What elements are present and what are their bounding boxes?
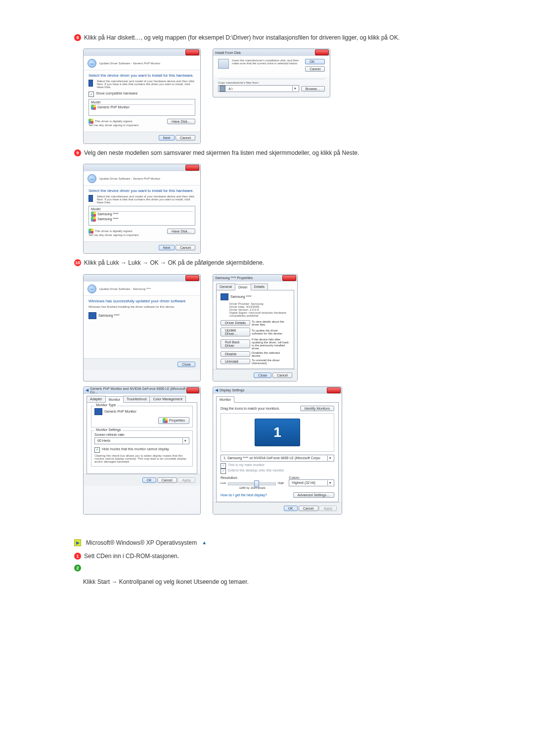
cancel-button[interactable]: Cancel	[272, 373, 292, 378]
apply-button[interactable]: Apply	[319, 506, 337, 511]
colors-dropdown[interactable]: Highest (32 bit) ▾	[289, 479, 334, 486]
step-bullet-9: 9	[74, 149, 81, 156]
model-item[interactable]: Samsung ****	[97, 217, 118, 221]
update-driver-button[interactable]: Update Driver…	[221, 328, 250, 336]
advanced-settings-button[interactable]: Advanced Settings…	[293, 492, 334, 498]
checkbox-extend-desktop: ✓	[221, 469, 226, 474]
up-triangle-icon[interactable]: ▲	[202, 540, 207, 545]
back-icon[interactable]: ←	[88, 174, 96, 183]
breadcrumb: Update Driver Software - Generic PnP Mon…	[99, 62, 160, 65]
tab-monitor[interactable]: Monitor	[216, 396, 234, 403]
why-signing-link[interactable]: Tell me why driver signing is important	[89, 234, 138, 236]
tab-details[interactable]: Details	[251, 284, 268, 290]
tab-adapter[interactable]: Adapter	[87, 396, 106, 402]
browse-button[interactable]: Browse…	[301, 86, 325, 92]
wizard-subtext: Select the manufacturer and model of you…	[97, 80, 195, 89]
step-text-xp-1: Sett CDen inn i CD-ROM-stasjonen.	[84, 552, 179, 560]
cancel-button[interactable]: Cancel	[157, 477, 177, 483]
wizard-heading: Select the device driver you want to ins…	[89, 189, 195, 193]
window-device-properties: Samsung **** Properties General Driver D…	[213, 274, 298, 381]
checkbox-show-compatible[interactable]: ✓	[89, 92, 94, 97]
checkbox-hide-modes[interactable]: ✓	[94, 447, 100, 453]
cancel-button[interactable]: Cancel	[176, 245, 195, 250]
window-title: Install From Disk	[215, 51, 241, 54]
uninstall-button[interactable]: Uninstall	[221, 359, 250, 364]
monitor-tile[interactable]: 1	[255, 419, 300, 446]
tab-troubleshoot[interactable]: Troubleshoot	[123, 396, 150, 402]
ok-button[interactable]: OK	[305, 59, 325, 64]
model-item[interactable]: Samsung ****	[97, 212, 118, 216]
slider-thumb[interactable]	[254, 480, 259, 487]
monitor-icon	[89, 80, 93, 87]
apply-button[interactable]: Apply	[178, 477, 195, 483]
back-icon[interactable]: ←	[88, 59, 96, 68]
disable-desc: Disables the selected device.	[252, 351, 290, 357]
shield-icon	[91, 217, 96, 222]
back-icon[interactable]: ←	[88, 284, 96, 293]
window-title: Samsung **** Properties	[215, 276, 253, 280]
resolution-label: Resolution:	[221, 476, 284, 479]
close-icon[interactable]	[185, 275, 199, 281]
tab-driver[interactable]: Driver	[235, 284, 251, 290]
close-icon[interactable]	[282, 275, 296, 281]
tab-color-management[interactable]: Color Management	[149, 396, 186, 402]
have-disk-button[interactable]: Have Disk…	[167, 119, 195, 124]
window-monitor-properties: ◀Generic PnP Monitor and NVIDIA GeForce …	[83, 386, 201, 515]
refresh-rate-label: Screen refresh rate:	[94, 433, 189, 436]
model-listbox[interactable]: Model Generic PnP Monitor	[89, 99, 195, 116]
success-heading: Windows has successfully updated your dr…	[89, 299, 195, 303]
driver-details-desc: To view details about the driver files.	[252, 320, 290, 326]
disk-icon	[218, 59, 229, 69]
ok-button[interactable]: OK	[284, 506, 298, 511]
monitor-glyph-icon: ◀	[86, 388, 89, 392]
why-signing-link[interactable]: Tell me why driver signing is important	[89, 124, 138, 127]
drag-label: Drag the icons to match your monitors.	[221, 407, 280, 410]
tab-general[interactable]: General	[216, 284, 235, 290]
next-button[interactable]: Next	[159, 135, 175, 141]
chevron-down-icon[interactable]: ▾	[292, 86, 298, 91]
cancel-button[interactable]: Cancel	[305, 66, 325, 72]
close-icon[interactable]	[327, 387, 341, 393]
disable-button[interactable]: Disable	[221, 351, 250, 357]
section-heading: Microsoft® Windows® XP Operativsystem	[86, 539, 197, 546]
model-column-header: Model	[91, 207, 193, 212]
window-update-driver-success: ← Update Driver Software - Samsung **** …	[83, 274, 201, 381]
chevron-down-icon[interactable]: ▾	[182, 438, 188, 443]
cancel-button[interactable]: Cancel	[299, 506, 318, 511]
close-icon[interactable]	[186, 387, 199, 393]
close-icon[interactable]	[185, 49, 199, 55]
refresh-rate-dropdown[interactable]: 60 Hertz ▾	[94, 437, 189, 444]
monitor-selector-dropdown[interactable]: 1. Samsung **** on NVIDIA GeForce 6600 L…	[221, 455, 334, 462]
rollback-driver-button[interactable]: Roll Back Driver	[221, 339, 250, 348]
monitor-icon	[89, 312, 96, 319]
window-title: Generic PnP Monitor and NVIDIA GeForce 6…	[90, 387, 186, 394]
best-display-link[interactable]: How do I get the best display?	[221, 493, 267, 497]
step-bullet-10: 10	[74, 259, 81, 266]
ok-button[interactable]: OK	[142, 477, 156, 483]
identify-monitors-button[interactable]: Identify Monitors	[300, 406, 334, 411]
close-button[interactable]: Close	[254, 373, 271, 378]
path-dropdown[interactable]: A:\ ▾	[218, 85, 299, 92]
have-disk-button[interactable]: Have Disk…	[167, 229, 195, 234]
next-button[interactable]: Next	[159, 245, 175, 250]
properties-button[interactable]: Properties	[158, 417, 189, 424]
driver-details-button[interactable]: Driver Details	[221, 320, 250, 326]
model-listbox[interactable]: Model Samsung **** Samsung ****	[89, 206, 195, 226]
cancel-button[interactable]: Cancel	[176, 135, 195, 141]
resolution-slider[interactable]	[228, 482, 276, 485]
close-icon[interactable]	[185, 165, 199, 171]
model-item[interactable]: Generic PnP Monitor	[97, 105, 130, 109]
window-title: Display Settings	[220, 388, 244, 392]
step-text-8: Klikk på Har diskett…, og velg mappen (f…	[84, 34, 400, 42]
close-button[interactable]: Close	[178, 362, 195, 367]
device-name: Samsung ****	[98, 313, 119, 317]
step-bullet-xp-2: 2	[74, 565, 81, 571]
close-icon[interactable]	[315, 49, 329, 55]
monitor-selector-value: 1. Samsung **** on NVIDIA GeForce 6600 L…	[222, 456, 327, 460]
tab-monitor[interactable]: Monitor	[105, 396, 124, 403]
shield-icon	[89, 119, 93, 124]
wizard-heading: Select the device driver you want to ins…	[89, 73, 195, 78]
chevron-down-icon[interactable]: ▾	[327, 480, 333, 485]
signed-label: This driver is digitally signed.	[95, 120, 133, 123]
chevron-down-icon[interactable]: ▾	[327, 456, 333, 461]
